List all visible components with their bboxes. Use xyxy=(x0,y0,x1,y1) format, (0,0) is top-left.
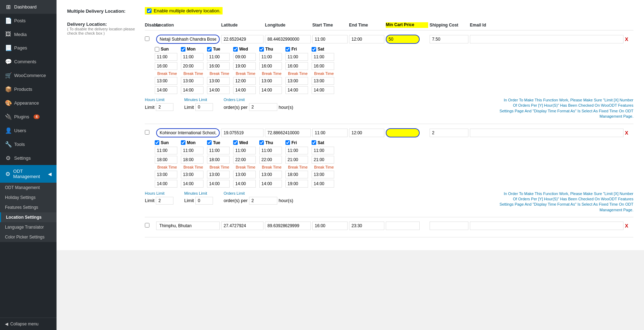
loc2-tue-break-close[interactable] xyxy=(207,180,230,188)
loc2-hours-limit-input[interactable] xyxy=(156,197,173,205)
loc1-wed-open[interactable] xyxy=(233,53,256,61)
loc1-delete-button[interactable]: X xyxy=(625,36,633,42)
loc1-wed-break-close[interactable] xyxy=(233,86,256,94)
loc2-sat-close[interactable] xyxy=(312,156,334,164)
loc3-disable-checkbox[interactable] xyxy=(145,223,149,228)
loc1-fri-break-open[interactable] xyxy=(285,77,308,85)
loc1-sun-break-open[interactable] xyxy=(155,77,177,85)
loc3-shipping-input[interactable] xyxy=(430,222,468,230)
sidebar-item-odt-management-sub[interactable]: ODT Management xyxy=(0,183,57,193)
loc1-tue-break-open[interactable] xyxy=(207,77,230,85)
loc2-start-input[interactable] xyxy=(312,129,348,137)
loc1-fri-close[interactable] xyxy=(285,62,308,70)
loc2-wed-close[interactable] xyxy=(233,156,256,164)
loc1-thu-open[interactable] xyxy=(259,53,282,61)
loc1-tue-open[interactable] xyxy=(207,53,230,61)
loc3-end-input[interactable] xyxy=(349,222,384,230)
loc3-latitude-input[interactable] xyxy=(221,222,264,230)
sidebar-item-posts[interactable]: 📄 Posts xyxy=(0,14,57,28)
loc2-thu-break-open[interactable] xyxy=(259,171,282,178)
loc2-sat-break-open[interactable] xyxy=(312,171,334,178)
loc3-email-input[interactable] xyxy=(470,222,624,230)
loc1-sat-checkbox[interactable] xyxy=(312,47,316,52)
sidebar-item-location-settings[interactable]: Location Settings xyxy=(0,212,57,222)
loc3-mincart-input[interactable] xyxy=(386,222,420,230)
sidebar-item-language-translator[interactable]: Language Translator xyxy=(0,222,57,232)
loc2-wed-open[interactable] xyxy=(233,147,256,154)
collapse-menu-button[interactable]: ◀ Collapse menu xyxy=(0,318,57,330)
loc2-minutes-limit-input[interactable] xyxy=(195,197,213,205)
loc2-thu-open[interactable] xyxy=(259,147,282,154)
loc2-shipping-input[interactable] xyxy=(430,129,468,137)
loc2-orders-per-input[interactable] xyxy=(249,197,277,205)
loc1-mon-break-close[interactable] xyxy=(181,86,203,94)
loc2-tue-break-open[interactable] xyxy=(207,171,230,178)
loc3-name-input[interactable] xyxy=(156,222,220,230)
loc1-hours-limit-input[interactable] xyxy=(156,103,173,111)
loc2-wed-checkbox[interactable] xyxy=(233,140,238,145)
loc1-sat-break-close[interactable] xyxy=(312,86,334,94)
loc2-mon-checkbox[interactable] xyxy=(181,140,185,145)
loc2-fri-open[interactable] xyxy=(285,147,308,154)
loc1-sun-break-close[interactable] xyxy=(155,86,177,94)
loc1-end-input[interactable] xyxy=(349,35,384,43)
loc1-fri-break-close[interactable] xyxy=(285,86,308,94)
sidebar-item-holiday-settings[interactable]: Holiday Settings xyxy=(0,193,57,202)
loc1-mon-break-open[interactable] xyxy=(181,77,203,85)
loc2-wed-break-close[interactable] xyxy=(233,180,256,188)
loc1-sun-checkbox[interactable] xyxy=(155,47,159,52)
loc1-sat-break-open[interactable] xyxy=(312,77,334,85)
sidebar-item-appearance[interactable]: 🎨 Appearance xyxy=(0,96,57,110)
loc1-wed-break-open[interactable] xyxy=(233,77,256,85)
loc3-delete-button[interactable]: X xyxy=(625,223,633,229)
loc2-thu-checkbox[interactable] xyxy=(259,140,264,145)
loc2-tue-open[interactable] xyxy=(207,147,230,154)
sidebar-item-plugins[interactable]: 🔌 Plugins 4 xyxy=(0,110,57,124)
loc2-fri-break-open[interactable] xyxy=(285,171,308,178)
loc2-sun-checkbox[interactable] xyxy=(155,140,159,145)
loc1-sat-close[interactable] xyxy=(312,62,334,70)
loc1-wed-close[interactable] xyxy=(233,62,256,70)
sidebar-item-color-picker-settings[interactable]: Color Picker Settings xyxy=(0,232,57,242)
loc2-longitude-input[interactable] xyxy=(265,129,311,137)
loc1-fri-open[interactable] xyxy=(285,53,308,61)
loc1-disable-checkbox[interactable] xyxy=(145,36,149,41)
sidebar-item-pages[interactable]: 📃 Pages xyxy=(0,41,57,55)
loc1-mon-open[interactable] xyxy=(181,53,203,61)
loc1-minutes-limit-input[interactable] xyxy=(195,103,213,111)
loc1-thu-checkbox[interactable] xyxy=(259,47,264,52)
enable-checkbox-label[interactable]: Enable multiple delivery location. xyxy=(145,7,223,14)
loc2-latitude-input[interactable] xyxy=(221,129,264,137)
loc2-sun-close[interactable] xyxy=(155,156,177,164)
loc2-tue-close[interactable] xyxy=(207,156,230,164)
loc1-thu-break-open[interactable] xyxy=(259,77,282,85)
sidebar-item-odt-management[interactable]: ⚙ ODT Management ◀ xyxy=(0,165,57,183)
loc2-sun-open[interactable] xyxy=(155,147,177,154)
loc2-mon-break-close[interactable] xyxy=(181,180,203,188)
loc1-shipping-input[interactable] xyxy=(430,35,468,43)
loc2-fri-close[interactable] xyxy=(285,156,308,164)
sidebar-item-dashboard[interactable]: ⊞ Dashboard xyxy=(0,0,57,14)
loc1-start-input[interactable] xyxy=(312,35,348,43)
loc2-thu-break-close[interactable] xyxy=(259,180,282,188)
loc2-mon-open[interactable] xyxy=(181,147,203,154)
loc1-wed-checkbox[interactable] xyxy=(233,47,238,52)
loc1-thu-break-close[interactable] xyxy=(259,86,282,94)
loc1-orders-per-input[interactable] xyxy=(249,103,277,111)
loc2-sat-open[interactable] xyxy=(312,147,334,154)
loc2-delete-button[interactable]: X xyxy=(625,130,633,136)
loc1-tue-checkbox[interactable] xyxy=(207,47,212,52)
loc1-sun-open[interactable] xyxy=(155,53,177,61)
loc2-mon-close[interactable] xyxy=(181,156,203,164)
loc2-sat-checkbox[interactable] xyxy=(312,140,316,145)
loc1-sat-open[interactable] xyxy=(312,53,334,61)
loc2-sat-break-close[interactable] xyxy=(312,180,334,188)
loc1-name-input[interactable] xyxy=(156,35,220,44)
loc1-mon-close[interactable] xyxy=(181,62,203,70)
loc2-disable-checkbox[interactable] xyxy=(145,130,149,135)
loc1-latitude-input[interactable] xyxy=(221,35,264,43)
enable-multiple-delivery-checkbox[interactable] xyxy=(147,8,152,13)
loc2-email-input[interactable] xyxy=(470,129,624,137)
sidebar-item-woocommerce[interactable]: 🛒 WooCommerce xyxy=(0,69,57,82)
loc2-end-input[interactable] xyxy=(349,129,384,137)
